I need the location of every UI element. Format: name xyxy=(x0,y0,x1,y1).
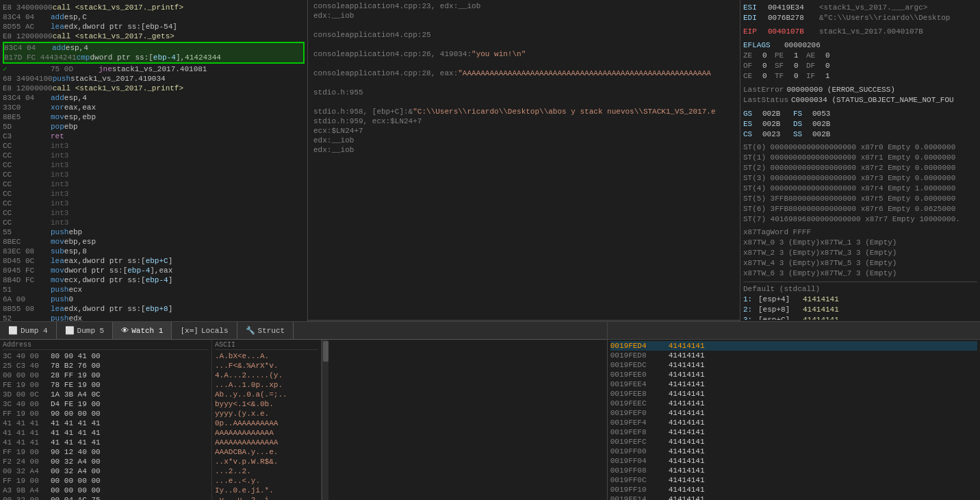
disasm-line-cmp[interactable]: 817D FC 44434241cmp dword ptr ss:[ebp-4]… xyxy=(4,53,303,62)
fpu-st7: ST(7) 40169896800000000000 x87r7 Empty 1… xyxy=(743,214,977,225)
ascii-row: AAADCBA.y...e. xyxy=(215,447,318,457)
stack-row: 0019FEF441414141 xyxy=(610,418,977,427)
source-line: edx:__iob xyxy=(311,11,737,21)
eflags: EFLAGS 00000206 xyxy=(743,40,977,51)
ascii-row: .A.bX<e...A. xyxy=(215,351,318,361)
disasm-line[interactable]: E8 12000000call <stack1_vs_2017._printf> xyxy=(3,84,305,93)
source-line xyxy=(311,78,737,88)
ascii-row: ...A..1.0p..xp. xyxy=(215,380,318,390)
mem-row: 41 41 4141 41 41 41 xyxy=(3,428,209,438)
seg-gs-fs: GS002B FS0053 xyxy=(743,109,977,119)
disasm-line: CCint3 xyxy=(3,160,305,170)
ascii-row: Ab..y..0.a(.=;.. xyxy=(215,390,318,399)
stack-row: 0019FED841414141 xyxy=(610,351,977,360)
dump4-icon: ⬜ xyxy=(8,326,18,335)
mem-row: FF 19 0090 00 00 00 xyxy=(3,409,209,418)
flags-row2: OF0 SF0 DF0 xyxy=(743,61,977,71)
source-line: consoleapplication4.cpp:23, edx:__iob xyxy=(311,1,737,11)
reg-edi: EDI 0076B278 &"C:\\Users\\ricardo\\Deskt… xyxy=(743,13,977,23)
mem-row: FE 19 0078 FE 19 00 xyxy=(3,380,209,390)
disasm-line[interactable]: 33C0xor eax,eax xyxy=(3,103,305,112)
disasm-line: CCint3 xyxy=(3,189,305,199)
mem-row: 3D 00 0C1A 3B A4 0C xyxy=(3,390,209,399)
disasm-line[interactable]: 8D55 AClea edx,dword ptr ss:[ebp-54] xyxy=(3,22,305,32)
dump5-label: Dump 5 xyxy=(77,327,105,335)
source-line: consoleapplication4.cpp:28, eax:"AAAAAAA… xyxy=(311,68,737,78)
disasm-line: CCint3 xyxy=(3,199,305,208)
last-status: LastStatusC0000034 (STATUS_OBJECT_NAME_N… xyxy=(743,95,977,105)
fpu-st4: ST(4) 0000000000000000000 x87r4 Empty 1.… xyxy=(743,184,977,194)
disasm-line[interactable]: 5Dpop ebp xyxy=(3,122,305,132)
call-entry-1: 1: [esp+4] 41414141 xyxy=(743,295,977,305)
source-line: consoleapplication4.cpp:25 xyxy=(311,30,737,40)
memory-scrollbar[interactable] xyxy=(322,340,328,500)
source-line xyxy=(311,21,737,30)
tab-struct[interactable]: 🔧 Struct xyxy=(237,322,294,339)
ascii-row: ...2..2. xyxy=(215,466,318,476)
stack-row: 0019FF0441414141 xyxy=(610,456,977,466)
x87-tw45: x87TW_4 3 (Empty) x87TW_5 3 (Empty) xyxy=(743,258,977,268)
stack-row: 0019FF1441414141 xyxy=(610,495,977,500)
disasm-line[interactable]: E8 34000000call <stack1_vs_2017._printf> xyxy=(3,3,305,12)
ascii-row: yyyy.(y.x.e. xyxy=(215,409,318,418)
stack-pane: → 0019FED4 41414141 0019FED841414141 001… xyxy=(608,322,980,500)
disasm-line[interactable]: 8B4D FCmov ecx,dword ptr ss:[ebp-4] xyxy=(3,275,305,285)
disasm-line[interactable]: 83EC 08sub esp,8 xyxy=(3,247,305,256)
stack-row: 0019FF0041414141 xyxy=(610,447,977,456)
fpu-st5: ST(5) 3FFB800000000000000 x87r5 Empty 0.… xyxy=(743,194,977,204)
disasm-line: CCint3 xyxy=(3,179,305,189)
dump5-icon: ⬜ xyxy=(65,326,75,335)
fpu-st3: ST(3) 0000000000000000000 x87r3 Empty 0.… xyxy=(743,173,977,184)
stack-row: 0019FEE441414141 xyxy=(610,379,977,389)
disasm-pane: E8 34000000call <stack1_vs_2017._printf>… xyxy=(0,0,308,321)
stack-row: 0019FEE841414141 xyxy=(610,389,977,399)
disasm-line[interactable]: 52push edx xyxy=(3,314,305,321)
disasm-line-highlighted[interactable]: 83C4 04add esp,4 xyxy=(4,43,303,53)
locals-label: Locals xyxy=(201,327,229,335)
disasm-line[interactable]: 6A 00push 0 xyxy=(3,295,305,304)
fpu-st1: ST(1) 0000000000000000000 x87r1 Empty 0.… xyxy=(743,153,977,163)
disasm-line[interactable]: 51push ecx xyxy=(3,285,305,295)
top-pane: E8 34000000call <stack1_vs_2017._printf>… xyxy=(0,0,980,322)
mem-row: 41 41 4141 41 41 41 xyxy=(3,418,209,428)
tab-watch1[interactable]: 👁 Watch 1 xyxy=(113,322,172,339)
disasm-line[interactable]: E8 12000000call <stack1_vs_2017._gets> xyxy=(3,32,305,41)
stack-row: 0019FEF841414141 xyxy=(610,427,977,437)
mem-row: FF 19 0000 00 00 00 xyxy=(3,476,209,486)
disasm-line: CCint3 xyxy=(3,141,305,151)
mem-row: A3 9B A400 00 00 00 xyxy=(3,486,209,495)
stack-row-highlight: 0019FED4 41414141 xyxy=(610,341,977,351)
call-entry-3: 3: [esp+C] 41414141 xyxy=(743,315,977,320)
bottom-pane: ⬜ Dump 4 ⬜ Dump 5 👁 Watch 1 [x=] Locals … xyxy=(0,322,980,500)
disasm-line[interactable]: 8B55 08lea edx,dword ptr ss:[ebp+8] xyxy=(3,304,305,314)
stack-row: 0019FEE041414141 xyxy=(610,370,977,379)
tab-dump4[interactable]: ⬜ Dump 4 xyxy=(0,322,57,339)
call-stack-header: Default (stdcall) xyxy=(743,284,977,295)
tab-locals[interactable]: [x=] Locals xyxy=(172,322,237,339)
disasm-line[interactable]: 83C4 04add esp,C xyxy=(3,12,305,22)
struct-label: Struct xyxy=(258,327,285,335)
memory-content: Address 3C 40 0080 90 41 00 25 C3 4078 B… xyxy=(0,340,607,500)
ascii-row: AAAAAAAAAAAAA xyxy=(215,428,318,438)
source-pane: consoleapplication4.cpp:23, edx:__iob ed… xyxy=(308,0,740,321)
disasm-line[interactable]: 8D45 0Clea eax,dword ptr ss:[ebp+C] xyxy=(3,256,305,266)
disasm-line[interactable]: 55push ebp xyxy=(3,227,305,237)
stack-row: 0019FEDC41414141 xyxy=(610,360,977,370)
tab-dump5[interactable]: ⬜ Dump 5 xyxy=(57,322,114,339)
stack-row: 0019FEFC41414141 xyxy=(610,437,977,447)
disasm-line[interactable]: 8945 FCmov dword ptr ss:[ebp-4],eax xyxy=(3,266,305,275)
disasm-line[interactable]: 68 34904100push stack1_vs_2017.419034 xyxy=(3,74,305,84)
watch1-icon: 👁 xyxy=(121,326,129,335)
seg-es-ds: ES002B DS002B xyxy=(743,119,977,129)
disasm-line[interactable]: ✓75 0Djne stack1_vs_2017.401081 xyxy=(3,64,305,74)
registers-pane: ESI 00419E34 <stack1_vs_2017.___argc> ED… xyxy=(740,0,980,321)
x87-tw67: x87TW_6 3 (Empty) x87TW_7 3 (Empty) xyxy=(743,268,977,279)
stack-row: 0019FF0C41414141 xyxy=(610,475,977,485)
source-line: stdio.h:959, ecx:$LN24+7 xyxy=(311,116,737,126)
source-line xyxy=(311,97,737,107)
disasm-line[interactable]: 83C4 04add esp,4 xyxy=(3,93,305,103)
disasm-line[interactable]: 8BECmov ebp,esp xyxy=(3,237,305,247)
disasm-line[interactable]: C3ret xyxy=(3,132,305,141)
disasm-line[interactable]: 8BE5mov esp,ebp xyxy=(3,112,305,122)
mem-row: 3C 40 0080 90 41 00 xyxy=(3,351,209,361)
